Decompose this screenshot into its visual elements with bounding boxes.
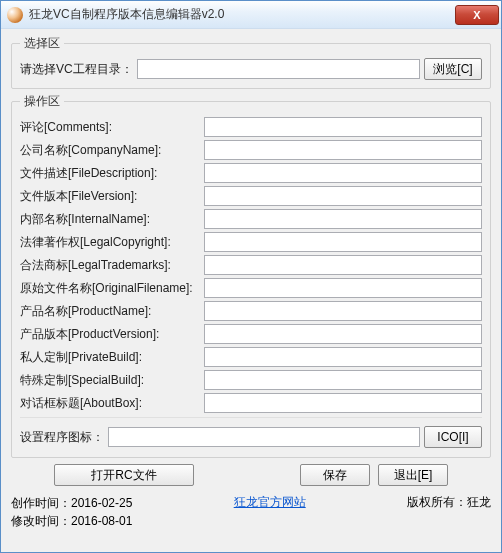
project-path-input[interactable] (137, 59, 420, 79)
field-label-company-name: 公司名称[CompanyName]: (20, 142, 200, 159)
field-input-legal-trademarks[interactable] (204, 255, 482, 275)
field-label-private-build: 私人定制[PrivateBuild]: (20, 349, 200, 366)
created-label: 创作时间： (11, 496, 71, 510)
window: 狂龙VC自制程序版本信息编辑器v2.0 X 选择区 请选择VC工程目录： 浏览[… (0, 0, 502, 553)
field-row-legal-trademarks: 合法商标[LegalTrademarks]: (20, 255, 482, 275)
modified-value: 2016-08-01 (71, 514, 132, 528)
footer-dates: 创作时间：2016-02-25 修改时间：2016-08-01 (11, 494, 132, 530)
field-label-special-build: 特殊定制[SpecialBuild]: (20, 372, 200, 389)
close-button[interactable]: X (455, 5, 499, 25)
field-row-legal-copyright: 法律著作权[LegalCopyright]: (20, 232, 482, 252)
field-label-product-version: 产品版本[ProductVersion]: (20, 326, 200, 343)
icon-label: 设置程序图标： (20, 429, 104, 446)
browse-button[interactable]: 浏览[C] (424, 58, 482, 80)
field-row-internal-name: 内部名称[InternalName]: (20, 209, 482, 229)
field-label-legal-trademarks: 合法商标[LegalTrademarks]: (20, 257, 200, 274)
field-input-special-build[interactable] (204, 370, 482, 390)
field-input-comments[interactable] (204, 117, 482, 137)
modified-label: 修改时间： (11, 514, 71, 528)
field-input-private-build[interactable] (204, 347, 482, 367)
field-input-product-version[interactable] (204, 324, 482, 344)
field-row-file-description: 文件描述[FileDescription]: (20, 163, 482, 183)
field-label-product-name: 产品名称[ProductName]: (20, 303, 200, 320)
app-icon (7, 7, 23, 23)
field-label-file-version: 文件版本[FileVersion]: (20, 188, 200, 205)
field-input-original-filename[interactable] (204, 278, 482, 298)
ops-legend: 操作区 (20, 93, 64, 110)
ops-section: 操作区 评论[Comments]:公司名称[CompanyName]:文件描述[… (11, 93, 491, 458)
field-input-file-version[interactable] (204, 186, 482, 206)
window-title: 狂龙VC自制程序版本信息编辑器v2.0 (29, 6, 455, 23)
copyright: 版权所有：狂龙 (407, 494, 491, 511)
field-input-file-description[interactable] (204, 163, 482, 183)
field-row-special-build: 特殊定制[SpecialBuild]: (20, 370, 482, 390)
field-label-internal-name: 内部名称[InternalName]: (20, 211, 200, 228)
field-row-original-filename: 原始文件名称[OriginalFilename]: (20, 278, 482, 298)
field-input-company-name[interactable] (204, 140, 482, 160)
field-row-product-version: 产品版本[ProductVersion]: (20, 324, 482, 344)
field-row-about-box: 对话框标题[AboutBox]: (20, 393, 482, 413)
field-input-about-box[interactable] (204, 393, 482, 413)
created-value: 2016-02-25 (71, 496, 132, 510)
ico-button[interactable]: ICO[I] (424, 426, 482, 448)
field-label-comments: 评论[Comments]: (20, 119, 200, 136)
field-label-legal-copyright: 法律著作权[LegalCopyright]: (20, 234, 200, 251)
titlebar: 狂龙VC自制程序版本信息编辑器v2.0 X (1, 1, 501, 29)
field-row-file-version: 文件版本[FileVersion]: (20, 186, 482, 206)
field-label-about-box: 对话框标题[AboutBox]: (20, 395, 200, 412)
field-label-original-filename: 原始文件名称[OriginalFilename]: (20, 280, 200, 297)
exit-button[interactable]: 退出[E] (378, 464, 448, 486)
button-bar: 打开RC文件 保存 退出[E] (11, 462, 491, 488)
footer: 创作时间：2016-02-25 修改时间：2016-08-01 狂龙官方网站 版… (11, 492, 491, 530)
select-section: 选择区 请选择VC工程目录： 浏览[C] (11, 35, 491, 89)
open-rc-button[interactable]: 打开RC文件 (54, 464, 194, 486)
field-row-product-name: 产品名称[ProductName]: (20, 301, 482, 321)
field-label-file-description: 文件描述[FileDescription]: (20, 165, 200, 182)
field-row-comments: 评论[Comments]: (20, 117, 482, 137)
field-row-private-build: 私人定制[PrivateBuild]: (20, 347, 482, 367)
close-icon: X (473, 9, 480, 21)
save-button[interactable]: 保存 (300, 464, 370, 486)
client-area: 选择区 请选择VC工程目录： 浏览[C] 操作区 评论[Comments]:公司… (1, 29, 501, 552)
field-input-product-name[interactable] (204, 301, 482, 321)
field-row-company-name: 公司名称[CompanyName]: (20, 140, 482, 160)
select-prompt: 请选择VC工程目录： (20, 61, 133, 78)
field-input-legal-copyright[interactable] (204, 232, 482, 252)
select-legend: 选择区 (20, 35, 64, 52)
field-input-internal-name[interactable] (204, 209, 482, 229)
icon-path-input[interactable] (108, 427, 420, 447)
official-site-link[interactable]: 狂龙官方网站 (234, 495, 306, 509)
